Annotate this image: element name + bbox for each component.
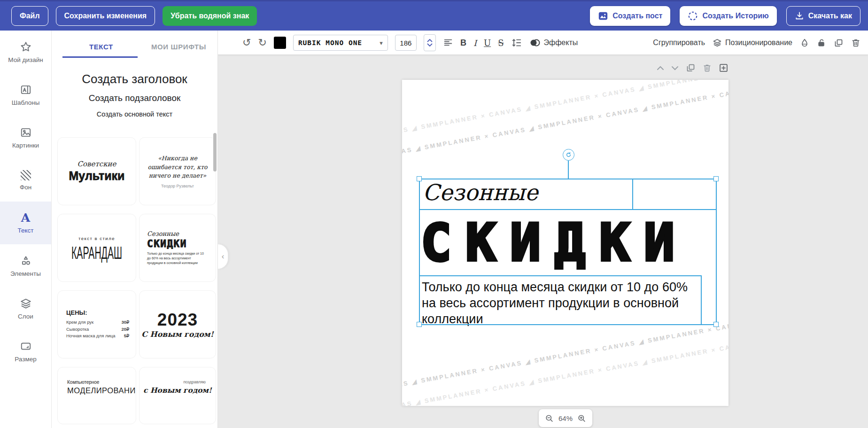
create-subheading-button[interactable]: Создать подзаголовок	[52, 93, 217, 103]
bold-button[interactable]: B	[460, 38, 466, 48]
text-template-modeling[interactable]: Компьютерное МОДЕЛИРОВАНИЕ	[57, 367, 136, 424]
template-line: Только до конца месяца скидки от 10 до 6…	[147, 251, 207, 265]
sidebar-label: Фон	[20, 184, 31, 191]
transparency-droplet-icon[interactable]	[800, 38, 809, 48]
create-heading-button[interactable]: Создать заголовок	[52, 72, 217, 86]
price-row: Сыворотка 20₽	[66, 326, 129, 333]
positioning-button[interactable]: Позиционирование	[713, 38, 792, 47]
italic-button[interactable]: I	[473, 38, 477, 48]
move-layer-up-icon[interactable]	[657, 66, 664, 70]
canvas-text-script-heading[interactable]: Сезонные	[423, 179, 538, 205]
positioning-label: Позиционирование	[725, 39, 792, 47]
redo-icon[interactable]: ↻	[258, 38, 266, 48]
underline-button[interactable]: U	[484, 38, 491, 48]
duplicate-page-icon[interactable]	[686, 63, 696, 73]
strikethrough-button[interactable]: S	[498, 38, 504, 48]
text-template-seasonal-sale[interactable]: Сезонные СКИДКИ Только до конца месяца с…	[139, 214, 216, 282]
letter-a-icon: A	[21, 212, 30, 224]
active-tab-underline	[62, 56, 138, 58]
font-family-select[interactable]: RUBIK MONO ONE ▾	[293, 35, 388, 51]
text-template-soviet-cartoons[interactable]: Советские Мультики	[57, 137, 136, 205]
sidebar-item-images[interactable]: Картинки	[0, 116, 51, 159]
text-template-prices[interactable]: ЦЕНЫ: Крем для рук 30₽ Сыворотка 20₽ Ноч…	[57, 290, 136, 358]
remove-watermark-label: Убрать водяной знак	[170, 12, 249, 20]
sidebar-item-size[interactable]: Размер	[0, 330, 51, 373]
line-height-icon[interactable]	[511, 38, 522, 48]
text-template-pencil[interactable]: текст в стиле КАРАНДАШ	[57, 214, 136, 282]
sidebar-label: Шаблоны	[12, 99, 40, 106]
font-size-input[interactable]	[395, 35, 417, 51]
layers-icon	[20, 297, 32, 310]
selection-handle-top-right[interactable]	[713, 176, 719, 181]
effects-button[interactable]: Эффекты	[529, 38, 578, 47]
text-template-congrats[interactable]: поздравляю с Новым годом!	[139, 367, 216, 424]
create-post-button[interactable]: Создать пост	[590, 6, 670, 26]
toolbar-right-group: Сгруппировать Позиционирование	[653, 31, 860, 55]
sidebar-item-background[interactable]: Фон	[0, 159, 51, 202]
text-template-quote[interactable]: «Никогда не ошибается тот, кто ничего не…	[139, 137, 216, 205]
price-name: Ночная маска для лица	[66, 333, 116, 340]
sidebar-label: Мой дизайн	[8, 56, 43, 63]
rotate-handle[interactable]	[563, 149, 574, 161]
selection-handle-bottom-left[interactable]	[417, 322, 422, 327]
template-line: Компьютерное	[67, 380, 99, 385]
undo-icon[interactable]: ↺	[242, 38, 251, 48]
zoom-in-icon[interactable]	[577, 414, 586, 423]
dashed-circle-icon	[688, 11, 698, 21]
sidebar-item-templates[interactable]: Шаблоны	[0, 73, 51, 116]
zoom-out-icon[interactable]	[545, 414, 554, 423]
topbar-right-group: Создать пост Создать Историю Скачать как	[590, 6, 860, 26]
panel-collapse-handle[interactable]: ‹	[218, 244, 228, 269]
selection-handle-bottom-right[interactable]	[713, 322, 719, 327]
trash-icon[interactable]	[851, 38, 860, 48]
download-as-button[interactable]: Скачать как	[786, 6, 860, 26]
save-changes-button[interactable]: Сохранить изменения	[56, 6, 155, 26]
align-left-icon[interactable]	[443, 38, 453, 48]
template-line: Мультики	[69, 169, 125, 183]
selection-divider-v2	[701, 275, 702, 325]
create-body-text-button[interactable]: Создать основной текст	[52, 110, 217, 118]
selection-edge-right	[716, 179, 717, 325]
price-row: Крем для рук 30₽	[66, 319, 129, 326]
sidebar-label: Элементы	[10, 270, 41, 277]
file-button[interactable]: Файл	[11, 6, 48, 26]
tab-text[interactable]: ТЕКСТ	[89, 43, 113, 51]
editor-toolbar: ↺ ↻ RUBIK MONO ONE ▾ B I U S Эффекты Сгр…	[218, 31, 868, 55]
image-post-icon	[598, 11, 608, 21]
sidebar-item-layers[interactable]: Слои	[0, 287, 51, 330]
canvas-text-main-heading[interactable]: СКИДКИ	[421, 210, 703, 276]
price-name: Сыворотка	[66, 326, 89, 333]
font-size-stepper[interactable]	[424, 34, 436, 51]
template-line: 2023	[157, 310, 198, 330]
design-canvas[interactable]: CANVAS ◢ SMMPLANNER × CANVAS ◢ SMMPLANNE…	[402, 80, 728, 406]
duplicate-icon[interactable]	[834, 38, 844, 48]
template-line: КАРАНДАШ	[71, 243, 122, 263]
sidebar-item-text[interactable]: A Текст	[0, 202, 51, 244]
text-color-swatch[interactable]	[274, 37, 286, 49]
panel-scrollbar-thumb[interactable]	[213, 133, 217, 171]
top-app-bar: Файл Сохранить изменения Убрать водяной …	[0, 0, 868, 31]
add-page-icon[interactable]	[719, 63, 728, 73]
canvas-text-body[interactable]: Только до конца месяца скидки от 10 до 6…	[422, 279, 693, 327]
stepper-up-icon	[427, 39, 433, 42]
text-panel: ТЕКСТ МОИ ШРИФТЫ Создать заголовок Созда…	[52, 31, 218, 428]
template-quote: «Никогда не ошибается тот, кто ничего не…	[143, 154, 212, 180]
download-as-label: Скачать как	[808, 12, 852, 20]
move-layer-down-icon[interactable]	[671, 66, 679, 70]
rotate-handle-stem	[568, 161, 569, 179]
download-icon	[795, 11, 804, 21]
selection-handle-top-left[interactable]	[417, 176, 422, 181]
text-template-2023[interactable]: 2023 С Новым годом!	[139, 290, 216, 358]
sidebar-item-my-design[interactable]: Мой дизайн	[0, 31, 51, 73]
delete-page-icon[interactable]	[703, 63, 712, 73]
unlock-icon[interactable]	[817, 38, 826, 48]
shapes-icon	[20, 255, 32, 267]
group-button[interactable]: Сгруппировать	[653, 39, 705, 47]
sidebar-item-elements[interactable]: Элементы	[0, 244, 51, 287]
image-icon	[20, 126, 32, 139]
tab-my-fonts[interactable]: МОИ ШРИФТЫ	[151, 43, 206, 51]
remove-watermark-button[interactable]: Убрать водяной знак	[163, 6, 257, 26]
create-story-button[interactable]: Создать Историю	[680, 6, 776, 26]
price-value: 30₽	[121, 319, 129, 326]
template-line: поздравляю	[149, 380, 206, 384]
